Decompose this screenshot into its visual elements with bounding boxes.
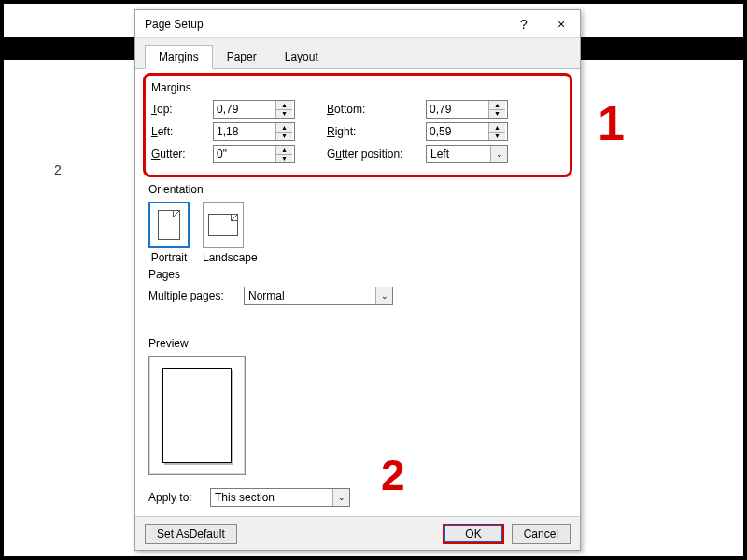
spin-down-icon[interactable]: ▼ [489,133,505,141]
apply-to-dropdown[interactable]: This section ⌄ [210,488,350,507]
landscape-icon [208,214,238,236]
bottom-label: Bottom: [327,103,420,116]
orientation-portrait[interactable]: Portrait [148,202,190,264]
preview-box [148,356,246,475]
tab-paper[interactable]: Paper [213,45,271,69]
spin-up-icon[interactable]: ▲ [489,123,505,133]
left-label: Left: [151,125,207,138]
ok-button[interactable]: OK [443,524,503,544]
landscape-label: Landscape [203,251,258,264]
right-spinner[interactable]: ▲▼ [426,122,508,141]
tab-strip: Margins Paper Layout [135,38,580,69]
dialog-body: Margins Top: ▲▼ Bottom: ▲▼ Left: ▲▼ [135,69,580,519]
dialog-title: Page Setup [145,18,505,31]
close-button[interactable]: × [543,10,580,38]
gutter-pos-label: Gutter position: [327,147,420,161]
spin-up-icon[interactable]: ▲ [489,101,505,110]
chevron-down-icon: ⌄ [332,489,349,506]
left-spinner[interactable]: ▲▼ [213,122,295,141]
multiple-pages-dropdown[interactable]: Normal ⌄ [244,287,393,305]
cancel-button[interactable]: Cancel [512,524,571,544]
tab-layout[interactable]: Layout [271,45,332,69]
help-button[interactable]: ? [505,10,543,38]
left-input[interactable] [214,123,275,140]
portrait-icon [158,210,180,240]
gutter-label: Gutter: [151,147,207,161]
page-setup-dialog: Page Setup ? × Margins Paper Layout Marg… [134,9,581,551]
tab-margins[interactable]: Margins [145,45,213,69]
chevron-down-icon: ⌄ [375,287,392,304]
right-input[interactable] [427,123,488,140]
gutter-pos-value: Left [427,146,490,162]
spin-down-icon[interactable]: ▼ [276,110,292,119]
chevron-down-icon: ⌄ [490,146,507,162]
right-label: Right: [327,125,420,138]
portrait-label: Portrait [148,251,190,264]
preview-group-label: Preview [148,337,567,350]
top-spinner[interactable]: ▲▼ [213,100,295,119]
orientation-group-label: Orientation [148,183,567,196]
multiple-pages-label: Multiple pages: [148,289,238,302]
spin-up-icon[interactable]: ▲ [276,101,292,110]
spin-up-icon[interactable]: ▲ [276,123,292,133]
gutter-spinner[interactable]: ▲▼ [213,145,295,163]
spin-down-icon[interactable]: ▼ [489,110,505,119]
apply-to-label: Apply to: [148,491,204,504]
spin-down-icon[interactable]: ▼ [276,155,292,163]
top-label: Top: [151,103,207,116]
set-default-button[interactable]: Set As Default [145,524,237,544]
document-page-number: 2 [54,162,62,177]
bottom-input[interactable] [427,101,488,118]
pages-group-label: Pages [148,268,567,281]
spin-down-icon[interactable]: ▼ [276,133,292,141]
top-input[interactable] [214,101,275,118]
margins-highlight: Margins Top: ▲▼ Bottom: ▲▼ Left: ▲▼ [143,73,572,177]
titlebar: Page Setup ? × [135,10,580,38]
apply-to-value: This section [211,489,332,506]
margins-group-label: Margins [151,81,564,94]
preview-page-icon [162,368,232,463]
gutter-pos-dropdown[interactable]: Left ⌄ [426,145,508,163]
gutter-input[interactable] [214,146,275,162]
annotation-1: 1 [598,95,625,151]
spin-up-icon[interactable]: ▲ [276,146,292,155]
dialog-footer: Set As Default OK Cancel [135,516,580,550]
multiple-pages-value: Normal [245,287,375,304]
orientation-landscape[interactable]: Landscape [203,202,258,264]
bottom-spinner[interactable]: ▲▼ [426,100,508,119]
annotation-2: 2 [381,450,405,500]
